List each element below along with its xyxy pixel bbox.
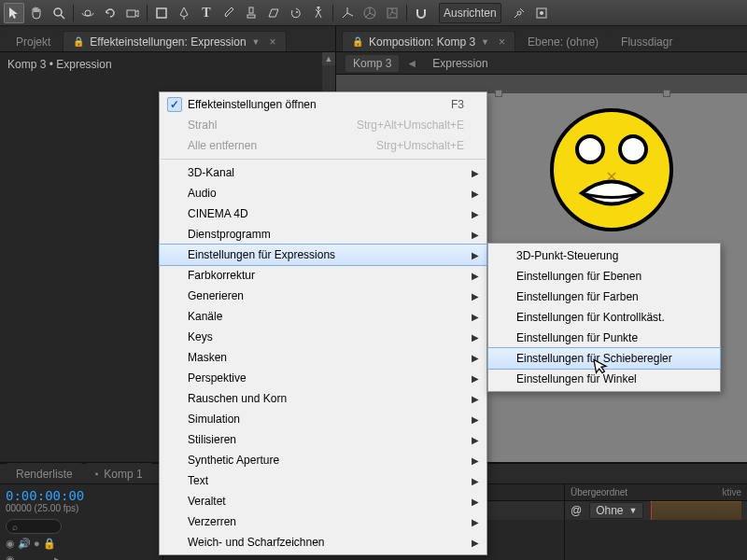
submenu-winkel[interactable]: Einstellungen für Winkel [488,369,720,389]
audio-icon[interactable]: 🔊 [18,538,31,550]
menu-simulation[interactable]: Simulation▶ [160,409,486,429]
submenu-punkte[interactable]: Einstellungen für Punkte [488,328,720,348]
orbit-tool[interactable] [78,3,98,23]
menu-open-fx-settings[interactable]: ✓ Effekteinstellungen öffnen F3 [160,94,486,115]
hand-tool[interactable] [26,3,47,23]
expand-icon[interactable]: ▸ [54,553,60,560]
submenu-arrow-icon: ▶ [472,435,479,445]
close-icon[interactable]: × [499,35,505,49]
menu-audio[interactable]: Audio▶ [160,183,486,203]
selection-tool[interactable] [4,3,24,23]
snap-icon[interactable] [411,3,431,23]
submenu-item-label: Einstellungen für Winkel [516,372,637,385]
breadcrumb-expression[interactable]: Expression [425,55,495,72]
pen-tool[interactable] [174,3,194,23]
submenu-3d-punkt[interactable]: 3D-Punkt-Steuerung [488,245,720,266]
menu-item-label: Generieren [188,289,244,302]
chevron-down-icon[interactable]: ▼ [252,37,261,47]
menu-item-label: Rauschen und Korn [188,392,287,405]
rect-tool[interactable] [151,3,172,23]
eraser-tool[interactable] [263,3,284,23]
text-tool[interactable]: T [196,3,217,23]
visibility-icon[interactable]: ◉ [6,538,15,550]
close-icon[interactable]: × [270,35,276,49]
layer-duration-bar[interactable] [651,501,741,520]
svg-point-2 [85,10,91,16]
chevron-down-icon[interactable]: ▼ [481,37,489,47]
menu-veraltet[interactable]: Veraltet▶ [160,491,486,511]
breadcrumb-komp3[interactable]: Komp 3 [345,55,399,72]
menu-stilisieren[interactable]: Stilisieren▶ [160,429,486,450]
menu-dienstprogramm[interactable]: Dienstprogramm▶ [160,224,486,245]
visibility-toggle[interactable]: ◉ [6,553,15,560]
menu-masken[interactable]: Masken▶ [160,347,486,368]
roto-tool[interactable] [286,3,306,23]
tab-komposition[interactable]: 🔒 Komposition: Komp 3 ▼ × [342,31,515,51]
timeline-search[interactable]: ⌕ [6,519,62,534]
submenu-item-label: 3D-Punkt-Steuerung [516,249,618,262]
puppet-tool[interactable] [308,3,329,23]
search-ui-icon[interactable] [509,3,529,23]
align-dropdown[interactable]: Ausrichten [439,3,501,23]
stamp-tool[interactable] [241,3,261,23]
mask-mode-icon[interactable] [531,3,552,23]
submenu-arrow-icon: ▶ [472,189,479,199]
parent-dropdown[interactable]: Ohne ▼ [589,502,643,519]
submenu-arrow-icon: ▶ [472,455,479,466]
submenu-farben[interactable]: Einstellungen für Farben [488,287,720,307]
submenu-kontrollkaestchen[interactable]: Einstellungen für Kontrollkäst. [488,307,720,328]
scroll-up-icon[interactable]: ▲ [322,52,335,65]
tab-ebene-label: Ebene: (ohne) [528,35,599,49]
current-timecode[interactable]: 0:00:00:00 [6,488,157,503]
menu-item-label: 3D-Kanal [188,166,234,179]
menu-remove-all: Alle entfernen Strg+Umschalt+E [160,135,486,156]
menu-generieren[interactable]: Generieren▶ [160,286,486,306]
view-axis-icon[interactable] [382,3,402,23]
parent-pickwhip-icon[interactable]: @ [571,504,582,517]
menu-verzerren[interactable]: Verzerren▶ [160,511,486,532]
tab-projekt[interactable]: Projekt [6,31,61,51]
camera-tool[interactable] [122,3,143,23]
menu-item-label: Veraltet [188,495,226,508]
menu-farbkorrektur[interactable]: Farbkorrektur▶ [160,265,486,286]
submenu-arrow-icon: ▶ [472,168,479,178]
tab-flussdiagramm[interactable]: Flussdiagr [611,31,683,51]
svg-point-11 [517,11,521,15]
world-axis-icon[interactable] [359,3,380,23]
tab-renderliste[interactable]: Renderliste [6,463,83,483]
submenu-arrow-icon: ▶ [472,312,479,322]
menu-kanale[interactable]: Kanäle▶ [160,306,486,327]
menu-remove-all-shortcut: Strg+Umschalt+E [376,139,464,152]
zoom-tool[interactable] [49,3,69,23]
submenu-ebenen[interactable]: Einstellungen für Ebenen [488,266,720,287]
tab-effekt-label: Effekteinstellungen: Expression [90,35,246,49]
brush-tool[interactable] [218,3,239,23]
menu-text[interactable]: Text▶ [160,470,486,491]
menu-perspektive[interactable]: Perspektive▶ [160,368,486,388]
playhead[interactable] [651,501,652,520]
transform-handle[interactable] [663,90,670,97]
menu-strahl-label: Strahl [188,119,217,132]
menu-weich-scharf[interactable]: Weich- und Scharfzeichnen▶ [160,532,486,553]
menu-3d-kanal[interactable]: 3D-Kanal▶ [160,162,486,183]
rotate-tool[interactable] [100,3,120,23]
solo-icon[interactable]: ● [34,538,40,550]
menu-cinema4d[interactable]: CINEMA 4D▶ [160,203,486,224]
lock-column-icon[interactable]: 🔒 [43,538,56,550]
chevron-down-icon: ▼ [629,506,638,515]
svg-point-0 [54,8,62,16]
local-axis-icon[interactable] [337,3,358,23]
menu-item-label: Einstellungen für Expressions [188,248,335,261]
menu-rauschen[interactable]: Rauschen und Korn▶ [160,388,486,409]
submenu-schieberegler[interactable]: Einstellungen für Schieberegler [488,348,720,369]
menu-synthetic-aperture[interactable]: Synthetic Aperture▶ [160,450,486,470]
submenu-arrow-icon: ▶ [472,538,479,548]
lock-icon: 🔒 [73,36,84,47]
tab-ebene[interactable]: Ebene: (ohne) [517,31,609,51]
tab-komp1[interactable]: ▪ Komp 1 [85,463,153,483]
menu-keys[interactable]: Keys▶ [160,327,486,347]
tab-effekteinstellungen[interactable]: 🔒 Effekteinstellungen: Expression ▼ × [63,31,286,51]
menu-expressions[interactable]: Einstellungen für Expressions▶ [160,245,486,265]
transform-handle[interactable] [495,90,502,97]
tab-projekt-label: Projekt [16,35,50,49]
